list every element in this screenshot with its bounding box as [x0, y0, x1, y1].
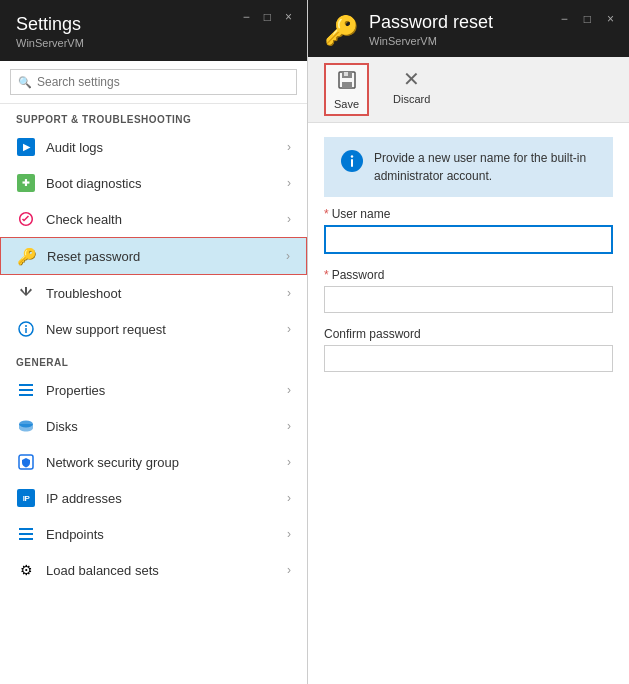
ip-addresses-icon: IP	[16, 488, 36, 508]
left-header: Settings WinServerVM − □ ×	[0, 0, 307, 61]
right-maximize-btn[interactable]: □	[579, 10, 596, 28]
new-support-request-icon	[16, 319, 36, 339]
discard-label: Discard	[393, 93, 430, 105]
save-label: Save	[334, 98, 359, 110]
load-balanced-sets-chevron: ›	[287, 563, 291, 577]
disks-label: Disks	[46, 419, 287, 434]
sidebar-item-disks[interactable]: Disks ›	[0, 408, 307, 444]
sidebar-item-network-security-group[interactable]: Network security group ›	[0, 444, 307, 480]
reset-password-icon: 🔑	[17, 246, 37, 266]
audit-logs-chevron: ›	[287, 140, 291, 154]
discard-icon: ✕	[403, 67, 420, 91]
audit-logs-label: Audit logs	[46, 140, 287, 155]
svg-rect-4	[19, 389, 33, 391]
search-icon: 🔍	[18, 76, 32, 89]
right-subtitle: WinServerVM	[369, 35, 493, 47]
ip-addresses-chevron: ›	[287, 491, 291, 505]
svg-rect-13	[344, 72, 348, 76]
left-panel: Settings WinServerVM − □ × 🔍 SUPPORT & T…	[0, 0, 308, 684]
new-support-request-label: New support request	[46, 322, 287, 337]
sidebar-item-troubleshoot[interactable]: Troubleshoot ›	[0, 275, 307, 311]
network-security-group-chevron: ›	[287, 455, 291, 469]
section-support: SUPPORT & TROUBLESHOOTING ▶ Audit logs ›…	[0, 104, 307, 347]
sidebar-item-load-balanced-sets[interactable]: ⚙ Load balanced sets ›	[0, 552, 307, 588]
properties-icon	[16, 380, 36, 400]
svg-point-1	[25, 325, 27, 327]
right-close-btn[interactable]: ×	[602, 10, 619, 28]
boot-diagnostics-label: Boot diagnostics	[46, 176, 287, 191]
section-support-label: SUPPORT & TROUBLESHOOTING	[0, 104, 307, 129]
sidebar-item-new-support-request[interactable]: New support request ›	[0, 311, 307, 347]
svg-rect-9	[19, 533, 33, 535]
sidebar-item-reset-password[interactable]: 🔑 Reset password ›	[0, 237, 307, 275]
left-subtitle: WinServerVM	[16, 37, 291, 49]
svg-point-16	[351, 155, 353, 157]
endpoints-label: Endpoints	[46, 527, 287, 542]
toolbar: Save ✕ Discard	[308, 57, 629, 123]
reset-password-label: Reset password	[47, 249, 286, 264]
sidebar-item-check-health[interactable]: Check health ›	[0, 201, 307, 237]
section-general-label: GENERAL	[0, 347, 307, 372]
password-reset-icon: 🔑	[324, 14, 359, 47]
confirm-password-input[interactable]	[324, 345, 613, 372]
svg-rect-17	[351, 159, 353, 167]
right-panel: 🔑 Password reset WinServerVM − □ × Save …	[308, 0, 629, 684]
endpoints-icon	[16, 524, 36, 544]
disks-icon	[16, 416, 36, 436]
right-minimize-btn[interactable]: −	[556, 10, 573, 28]
load-balanced-sets-icon: ⚙	[16, 560, 36, 580]
username-input[interactable]	[324, 225, 613, 254]
sidebar-item-ip-addresses[interactable]: IP IP addresses ›	[0, 480, 307, 516]
confirm-password-group: Confirm password	[324, 327, 613, 372]
svg-rect-3	[19, 384, 33, 386]
troubleshoot-icon	[16, 283, 36, 303]
password-input[interactable]	[324, 286, 613, 313]
search-bar: 🔍	[0, 61, 307, 104]
search-input[interactable]	[10, 69, 297, 95]
password-label: * Password	[324, 268, 613, 282]
username-label: * User name	[324, 207, 613, 221]
troubleshoot-chevron: ›	[287, 286, 291, 300]
form-area: * User name * Password Confirm password	[308, 207, 629, 684]
right-header: 🔑 Password reset WinServerVM − □ ×	[308, 0, 629, 57]
svg-rect-5	[19, 394, 33, 396]
username-required: *	[324, 207, 329, 221]
new-support-request-chevron: ›	[287, 322, 291, 336]
left-close-btn[interactable]: ×	[280, 8, 297, 26]
ip-addresses-label: IP addresses	[46, 491, 287, 506]
username-group: * User name	[324, 207, 613, 254]
boot-diagnostics-chevron: ›	[287, 176, 291, 190]
save-button[interactable]: Save	[324, 63, 369, 116]
save-icon	[336, 69, 358, 96]
left-maximize-btn[interactable]: □	[259, 8, 276, 26]
discard-button[interactable]: ✕ Discard	[385, 63, 438, 116]
svg-rect-2	[25, 328, 27, 333]
check-health-label: Check health	[46, 212, 287, 227]
sidebar-item-properties[interactable]: Properties ›	[0, 372, 307, 408]
disks-chevron: ›	[287, 419, 291, 433]
sidebar-item-boot-diagnostics[interactable]: ✚ Boot diagnostics ›	[0, 165, 307, 201]
reset-password-chevron: ›	[286, 249, 290, 263]
load-balanced-sets-label: Load balanced sets	[46, 563, 287, 578]
svg-rect-8	[19, 528, 33, 530]
password-group: * Password	[324, 268, 613, 313]
section-general: GENERAL Properties › Disks › Network sec…	[0, 347, 307, 588]
sidebar-item-endpoints[interactable]: Endpoints ›	[0, 516, 307, 552]
sidebar-item-audit-logs[interactable]: ▶ Audit logs ›	[0, 129, 307, 165]
info-icon	[340, 149, 364, 179]
network-security-group-icon	[16, 452, 36, 472]
properties-label: Properties	[46, 383, 287, 398]
left-minimize-btn[interactable]: −	[238, 8, 255, 26]
check-health-icon	[16, 209, 36, 229]
info-text: Provide a new user name for the built-in…	[374, 149, 597, 185]
svg-rect-10	[19, 538, 33, 540]
password-required: *	[324, 268, 329, 282]
check-health-chevron: ›	[287, 212, 291, 226]
audit-logs-icon: ▶	[16, 137, 36, 157]
svg-rect-14	[342, 82, 352, 88]
info-box: Provide a new user name for the built-in…	[324, 137, 613, 197]
confirm-password-label: Confirm password	[324, 327, 613, 341]
endpoints-chevron: ›	[287, 527, 291, 541]
troubleshoot-label: Troubleshoot	[46, 286, 287, 301]
boot-diagnostics-icon: ✚	[16, 173, 36, 193]
